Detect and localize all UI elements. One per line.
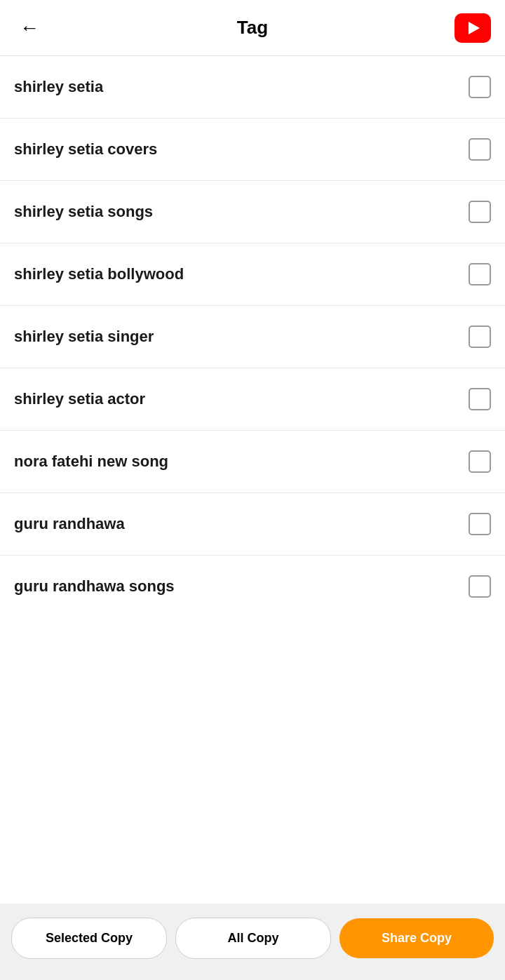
youtube-button[interactable] — [454, 13, 491, 43]
tag-label: shirley setia actor — [14, 390, 145, 408]
selected-copy-button[interactable]: Selected Copy — [11, 918, 167, 959]
tag-checkbox[interactable] — [469, 138, 491, 161]
tag-label: guru randhawa songs — [14, 577, 175, 596]
tag-item[interactable]: shirley setia covers — [0, 119, 505, 181]
tag-item[interactable]: shirley setia singer — [0, 306, 505, 368]
tag-item[interactable]: guru randhawa songs — [0, 556, 505, 617]
tag-checkbox[interactable] — [469, 263, 491, 286]
tag-label: shirley setia songs — [14, 203, 153, 221]
back-arrow-icon: ← — [20, 17, 39, 39]
tag-checkbox[interactable] — [469, 388, 491, 410]
tag-checkbox[interactable] — [469, 76, 491, 98]
header: ← Tag — [0, 0, 505, 56]
tag-item[interactable]: guru randhawa — [0, 493, 505, 556]
tag-checkbox[interactable] — [469, 450, 491, 473]
page-title: Tag — [237, 17, 268, 39]
bottom-action-bar: Selected Copy All Copy Share Copy — [0, 904, 505, 980]
tag-checkbox[interactable] — [469, 575, 491, 598]
tag-item[interactable]: nora fatehi new song — [0, 431, 505, 493]
tag-label: shirley setia singer — [14, 328, 154, 346]
tag-item[interactable]: shirley setia actor — [0, 368, 505, 431]
tag-item[interactable]: shirley setia songs — [0, 181, 505, 243]
tag-checkbox[interactable] — [469, 513, 491, 535]
tag-label: guru randhawa — [14, 515, 125, 533]
tag-item[interactable]: shirley setia — [0, 56, 505, 119]
tag-label: shirley setia bollywood — [14, 265, 184, 283]
back-button[interactable]: ← — [14, 11, 45, 45]
tag-list: shirley setiashirley setia coversshirley… — [0, 56, 505, 617]
share-copy-button[interactable]: Share Copy — [339, 918, 494, 958]
tag-label: nora fatehi new song — [14, 452, 168, 471]
tag-checkbox[interactable] — [469, 325, 491, 348]
tag-label: shirley setia covers — [14, 140, 157, 159]
all-copy-button[interactable]: All Copy — [175, 918, 331, 959]
tag-checkbox[interactable] — [469, 201, 491, 223]
tag-label: shirley setia — [14, 78, 103, 96]
youtube-play-icon — [469, 22, 480, 34]
tag-item[interactable]: shirley setia bollywood — [0, 243, 505, 306]
